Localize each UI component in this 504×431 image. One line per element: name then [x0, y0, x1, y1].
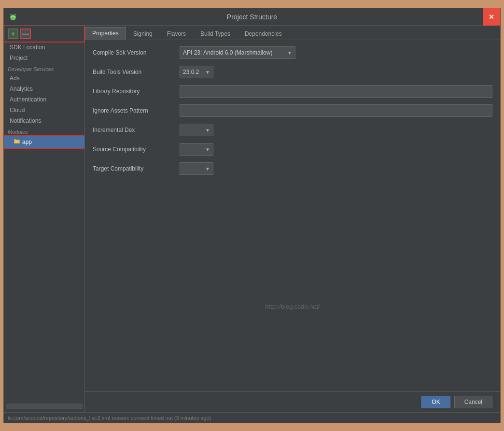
sidebar-scrollbar[interactable] [6, 403, 83, 409]
library-repository-control [180, 85, 492, 98]
target-compatibility-row: Target Compatibility ▼ [93, 162, 492, 175]
module-icon [14, 138, 20, 146]
source-compatibility-control: ▼ [180, 143, 492, 156]
tab-flavors[interactable]: Flavors [160, 27, 193, 40]
dialog-wrapper: Project Structure ✕ + — SDK Location Pro… [0, 0, 504, 431]
source-compatibility-arrow: ▼ [202, 147, 210, 152]
sidebar-item-app[interactable]: app [4, 136, 84, 148]
compile-sdk-arrow: ▼ [283, 50, 292, 56]
incremental-dex-dropdown[interactable]: ▼ [180, 124, 213, 136]
tab-signing[interactable]: Signing [126, 27, 160, 40]
incremental-dex-row: Incremental Dex ▼ [93, 123, 492, 137]
remove-module-button[interactable]: — [20, 29, 31, 39]
build-tools-control: 23.0.2 ▼ [180, 66, 492, 78]
build-tools-label: Build Tools Version [93, 69, 180, 75]
ignore-assets-label: Ignore Assets Pattern [93, 107, 180, 114]
tab-properties[interactable]: Properties [85, 27, 126, 40]
incremental-dex-control: ▼ [180, 124, 492, 136]
build-tools-version-row: Build Tools Version 23.0.2 ▼ [93, 65, 492, 79]
sidebar-item-authentication[interactable]: Authentication [4, 94, 84, 105]
ok-button[interactable]: OK [421, 396, 450, 408]
watermark-text: http://blog.csdn.net/ [265, 303, 320, 310]
svg-rect-8 [14, 140, 19, 143]
svg-line-4 [11, 14, 12, 15]
right-panel: Properties Signing Flavors Build Types D… [85, 26, 500, 412]
sidebar-toolbar: + — [4, 26, 84, 42]
ignore-assets-input[interactable] [180, 104, 492, 117]
project-structure-dialog: Project Structure ✕ + — SDK Location Pro… [3, 8, 501, 423]
incremental-dex-label: Incremental Dex [93, 127, 180, 133]
build-tools-arrow: ▼ [202, 70, 210, 75]
status-bar: le.com/android/repository/addons_list-2.… [4, 412, 500, 423]
properties-panel: Compile Sdk Version API 23: Android 6.0 … [85, 40, 500, 222]
title-bar: Project Structure ✕ [4, 8, 500, 26]
sidebar-items: SDK Location Project Developer Services … [4, 42, 84, 401]
library-repository-label: Library Repository [93, 88, 180, 95]
main-content: + — SDK Location Project Developer Servi… [4, 26, 500, 412]
svg-point-3 [14, 16, 15, 17]
add-module-button[interactable]: + [8, 29, 18, 39]
tab-dependencies[interactable]: Dependencies [238, 27, 289, 40]
incremental-dex-arrow: ▼ [202, 128, 210, 133]
build-tools-dropdown[interactable]: 23.0.2 ▼ [180, 66, 213, 78]
sidebar: + — SDK Location Project Developer Servi… [4, 26, 85, 412]
android-icon [9, 13, 17, 21]
ignore-assets-control [180, 104, 492, 117]
tab-build-types[interactable]: Build Types [193, 27, 238, 40]
dialog-title: Project Structure [227, 13, 277, 21]
source-compatibility-row: Source Compatibility ▼ [93, 143, 492, 156]
sidebar-item-analytics[interactable]: Analytics [4, 84, 84, 94]
source-compatibility-label: Source Compatibility [93, 146, 180, 153]
tabs-bar: Properties Signing Flavors Build Types D… [85, 26, 500, 40]
status-text: le.com/android/repository/addons_list-2.… [8, 415, 211, 421]
ignore-assets-row: Ignore Assets Pattern [93, 104, 492, 117]
target-compatibility-label: Target Compatibility [93, 165, 180, 172]
close-button[interactable]: ✕ [483, 8, 500, 26]
source-compatibility-dropdown[interactable]: ▼ [180, 143, 213, 156]
svg-point-2 [12, 16, 13, 17]
compile-sdk-dropdown[interactable]: API 23: Android 6.0 (Marshmallow) ▼ [180, 46, 295, 59]
compile-sdk-version-row: Compile Sdk Version API 23: Android 6.0 … [93, 46, 492, 59]
svg-line-5 [15, 14, 16, 15]
sidebar-item-project[interactable]: Project [4, 53, 84, 63]
cancel-button[interactable]: Cancel [454, 396, 492, 408]
sidebar-item-notifications[interactable]: Notifications [4, 115, 84, 126]
sidebar-item-cloud[interactable]: Cloud [4, 105, 84, 115]
library-repository-row: Library Repository [93, 85, 492, 98]
target-compatibility-arrow: ▼ [202, 166, 210, 172]
sidebar-section-modules: Modules [4, 126, 84, 136]
sidebar-section-developer-services: Developer Services [4, 63, 84, 73]
empty-area: http://blog.csdn.net/ [85, 222, 500, 392]
target-compatibility-dropdown[interactable]: ▼ [180, 162, 213, 175]
target-compatibility-control: ▼ [180, 162, 492, 175]
library-repository-input[interactable] [180, 85, 492, 98]
compile-sdk-label: Compile Sdk Version [93, 49, 180, 56]
sidebar-item-ads[interactable]: Ads [4, 73, 84, 84]
svg-rect-7 [14, 139, 16, 140]
bottom-bar: OK Cancel [85, 391, 500, 412]
compile-sdk-control: API 23: Android 6.0 (Marshmallow) ▼ [180, 46, 492, 59]
sidebar-item-sdk-location[interactable]: SDK Location [4, 42, 84, 53]
